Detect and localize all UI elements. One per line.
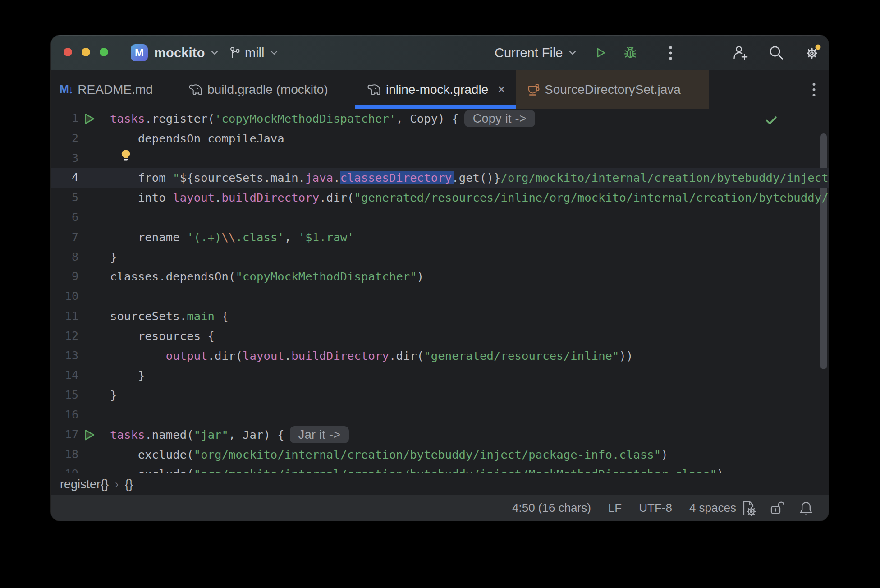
inlay-hint-chip[interactable]: Copy it -> — [464, 110, 535, 127]
code-line-19[interactable]: 19 exclude("org/mockito/internal/creatio… — [51, 464, 829, 473]
code-line-15[interactable]: 15} — [51, 385, 829, 405]
line-number: 7 — [51, 227, 78, 247]
code-text: from "${sourceSets.main.java.classesDire… — [110, 168, 829, 188]
run-button[interactable] — [591, 44, 610, 62]
search-everywhere-button[interactable] — [767, 44, 785, 62]
code-text: } — [110, 385, 117, 405]
code-line-11[interactable]: 11sourceSets.main { — [51, 306, 829, 326]
code-text: tasks.named("jar", Jar) {Jar it -> — [110, 425, 349, 445]
code-line-18[interactable]: 18 exclude("org/mockito/internal/creatio… — [51, 445, 829, 464]
code-text: output.dir(layout.buildDirectory.dir("ge… — [110, 346, 633, 366]
code-line-17[interactable]: 17tasks.named("jar", Jar) {Jar it -> — [51, 425, 829, 445]
more-actions-button[interactable] — [661, 44, 679, 62]
code-editor[interactable]: 1tasks.register('copyMockMethodDispatche… — [51, 109, 829, 473]
tab-inline-mock-gradle[interactable]: inline-mock.gradle✕ — [355, 70, 516, 109]
run-gutter-icon[interactable] — [84, 113, 96, 125]
line-number: 2 — [51, 129, 78, 148]
code-line-16[interactable]: 16 — [51, 405, 829, 425]
code-line-7[interactable]: 7 rename '(.+)\\.class', '$1.raw' — [51, 227, 829, 247]
line-number: 13 — [51, 346, 78, 366]
breadcrumb-separator: › — [115, 478, 119, 491]
line-number: 6 — [51, 207, 78, 227]
line-number: 14 — [51, 365, 78, 385]
title-bar: M mockito mill Current File — [51, 35, 829, 70]
intention-bulb-icon[interactable] — [120, 149, 131, 162]
tab-build-gradle-mockito-[interactable]: build.gradle (mockito) — [177, 70, 355, 109]
settings-button[interactable] — [803, 44, 821, 62]
caret-position-widget[interactable]: 4:50 (16 chars) — [512, 501, 591, 515]
inlay-hint-chip[interactable]: Jar it -> — [290, 426, 349, 443]
line-number: 4 — [51, 168, 78, 188]
line-number: 19 — [51, 464, 78, 473]
tab-sourcedirectoryset-java[interactable]: SourceDirectorySet.java — [516, 70, 709, 109]
run-configuration-name: Current File — [495, 46, 563, 60]
code-line-5[interactable]: 5 into layout.buildDirectory.dir("genera… — [51, 188, 829, 207]
markdown-icon: M↓ — [60, 83, 73, 96]
encoding-widget[interactable]: UTF-8 — [639, 501, 672, 515]
breadcrumb-item[interactable]: {} — [125, 478, 133, 492]
close-window-button[interactable] — [64, 48, 72, 56]
debug-button[interactable] — [621, 44, 639, 62]
file-settings-button[interactable] — [741, 500, 756, 516]
code-line-14[interactable]: 14 } — [51, 365, 829, 385]
code-line-4[interactable]: 4 from "${sourceSets.main.java.classesDi… — [51, 168, 829, 188]
notification-dot — [816, 45, 821, 50]
line-separator-widget[interactable]: LF — [608, 501, 622, 515]
code-line-12[interactable]: 12 resources { — [51, 326, 829, 346]
code-line-13[interactable]: 13 output.dir(layout.buildDirectory.dir(… — [51, 346, 829, 366]
run-configuration-selector[interactable]: Current File — [495, 44, 578, 62]
add-user-icon — [732, 44, 749, 61]
code-text: tasks.register('copyMockMethodDispatcher… — [110, 109, 535, 129]
code-text: resources { — [110, 326, 215, 346]
run-icon — [594, 46, 607, 60]
chevron-down-icon — [269, 48, 279, 58]
code-line-2[interactable]: 2 dependsOn compileJava — [51, 129, 829, 148]
code-line-10[interactable]: 10 — [51, 286, 829, 306]
code-line-1[interactable]: 1tasks.register('copyMockMethodDispatche… — [51, 109, 829, 129]
selected-text: classesDirectory — [340, 171, 452, 184]
gradle-icon — [366, 84, 381, 96]
chevron-down-icon — [568, 48, 578, 58]
zoom-window-button[interactable] — [100, 48, 108, 56]
line-number: 9 — [51, 266, 78, 286]
code-text: } — [110, 365, 145, 385]
breadcrumb-item[interactable]: register{} — [60, 478, 109, 492]
line-number: 12 — [51, 326, 78, 346]
line-number: 11 — [51, 306, 78, 326]
kebab-menu-icon — [812, 83, 816, 97]
indent-widget[interactable]: 4 spaces — [689, 501, 736, 515]
java-icon — [527, 83, 540, 96]
line-number: 3 — [51, 148, 78, 168]
file-settings-icon — [741, 500, 756, 516]
close-tab-icon[interactable]: ✕ — [497, 84, 506, 95]
code-line-9[interactable]: 9classes.dependsOn("copyMockMethodDispat… — [51, 266, 829, 286]
tab-label: build.gradle (mockito) — [207, 83, 328, 97]
notifications-button[interactable] — [798, 501, 814, 516]
ide-window: M mockito mill Current File — [51, 35, 829, 521]
minimize-window-button[interactable] — [82, 48, 90, 56]
branch-name: mill — [245, 46, 265, 60]
vcs-branch-widget[interactable]: mill — [229, 44, 279, 62]
tab-options-button[interactable] — [812, 83, 816, 97]
tab-label: inline-mock.gradle — [386, 83, 488, 97]
bell-icon — [798, 501, 814, 516]
project-widget[interactable]: M mockito — [131, 44, 220, 62]
code-text: rename '(.+)\\.class', '$1.raw' — [110, 227, 354, 247]
gear-icon — [803, 44, 821, 62]
gradle-icon — [188, 84, 203, 96]
kebab-menu-icon — [669, 46, 672, 60]
code-text: classes.dependsOn("copyMockMethodDispatc… — [110, 266, 424, 286]
file-writable-toggle[interactable] — [770, 501, 785, 516]
code-text: sourceSets.main { — [110, 306, 229, 326]
code-line-8[interactable]: 8} — [51, 247, 829, 267]
code-line-3[interactable]: 3 — [51, 148, 829, 168]
code-line-6[interactable]: 6 — [51, 207, 829, 227]
code-with-me-button[interactable] — [731, 44, 749, 62]
tab-readme-md[interactable]: M↓README.md — [51, 70, 177, 109]
line-number: 5 — [51, 188, 78, 207]
line-number: 10 — [51, 286, 78, 306]
breadcrumbs: register{} › {} — [51, 473, 829, 495]
run-gutter-icon[interactable] — [84, 429, 96, 441]
chevron-down-icon — [210, 48, 220, 58]
line-number: 17 — [51, 425, 78, 445]
